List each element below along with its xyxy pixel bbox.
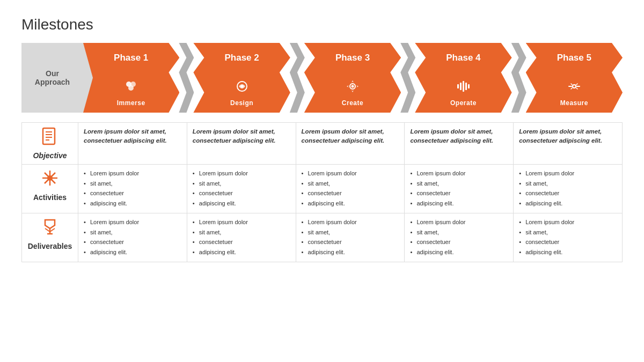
list-item: adipiscing elit. <box>410 199 508 208</box>
list-item: sit amet, <box>302 179 399 188</box>
phase-1-icon <box>123 79 138 97</box>
list-item: adipiscing elit. <box>84 199 181 208</box>
list-item: Lorem ipsum dolor <box>84 218 181 227</box>
list-item: adipiscing elit. <box>302 248 399 257</box>
list-item: adipiscing elit. <box>519 248 617 257</box>
svg-point-2 <box>128 85 134 91</box>
phase-1-label: Phase 1 <box>83 43 179 72</box>
phase-2: Phase 2 Design <box>193 43 290 113</box>
phase-5-bottom: Measure <box>526 72 623 113</box>
gap-4 <box>511 43 526 113</box>
deliverables-phase5: Lorem ipsum dolor sit amet, consectetuer… <box>514 213 623 262</box>
list-item: Lorem ipsum dolor <box>410 218 508 227</box>
our-approach-label: OurApproach <box>21 43 83 113</box>
phase-4-name: Operate <box>450 99 477 107</box>
svg-rect-13 <box>43 128 55 144</box>
list-item: consectetuer <box>84 238 181 247</box>
list-item: Lorem ipsum dolor <box>193 218 290 227</box>
list-item: Lorem ipsum dolor <box>84 169 181 178</box>
objective-p1: Lorem ipsum dolor sit amet, consectetuer… <box>84 127 181 146</box>
list-item: Lorem ipsum dolor <box>302 169 399 178</box>
activities-label: Activities <box>33 193 67 202</box>
list-item: consectetuer <box>193 238 290 247</box>
deliverables-header: Deliverables <box>22 213 78 262</box>
list-item: sit amet, <box>410 179 508 188</box>
phase-4: Phase 4 Operate <box>415 43 511 113</box>
deliverables-row: Deliverables Lorem ipsum dolor sit amet,… <box>22 213 623 262</box>
phase-3: Phase 3 Create <box>304 43 401 113</box>
deliverables-phase2: Lorem ipsum dolor sit amet, consectetuer… <box>187 213 296 262</box>
objective-p2: Lorem ipsum dolor sit amet, consectetuer… <box>193 127 290 146</box>
activities-header-content: Activities <box>27 169 72 202</box>
list-item: adipiscing elit. <box>193 248 290 257</box>
activities-phase4: Lorem ipsum dolor sit amet, consectetuer… <box>405 165 514 213</box>
phase-4-bottom: Operate <box>415 72 511 113</box>
phase-3-bottom: Create <box>304 72 401 113</box>
activities-row: Activities Lorem ipsum dolor sit amet, c… <box>22 165 623 213</box>
svg-rect-11 <box>468 84 470 88</box>
objective-phase3: Lorem ipsum dolor sit amet, consectetuer… <box>296 123 405 165</box>
activities-phase3: Lorem ipsum dolor sit amet, consectetuer… <box>296 165 405 213</box>
deliverables-list-2: Lorem ipsum dolor sit amet, consectetuer… <box>193 218 290 256</box>
content-table: Objective Lorem ipsum dolor sit amet, co… <box>21 122 623 262</box>
list-item: Lorem ipsum dolor <box>519 169 617 178</box>
svg-rect-8 <box>460 83 462 90</box>
activities-list-1: Lorem ipsum dolor sit amet, consectetuer… <box>84 169 181 208</box>
deliverables-label: Deliverables <box>28 242 72 250</box>
svg-point-4 <box>240 85 243 87</box>
phase-4-icon <box>456 79 471 97</box>
activities-icon <box>41 169 59 191</box>
gap-2 <box>290 43 305 113</box>
objective-phase1: Lorem ipsum dolor sit amet, consectetuer… <box>78 123 187 165</box>
list-item: consectetuer <box>302 238 399 247</box>
phase-5-label: Phase 5 <box>526 43 623 72</box>
activities-header: Activities <box>22 165 78 213</box>
list-item: sit amet, <box>193 179 290 188</box>
deliverables-phase1: Lorem ipsum dolor sit amet, consectetuer… <box>78 213 187 262</box>
list-item: sit amet, <box>84 228 181 237</box>
activities-list-3: Lorem ipsum dolor sit amet, consectetuer… <box>302 169 399 208</box>
objective-header: Objective <box>22 123 78 165</box>
list-item: Lorem ipsum dolor <box>302 218 399 227</box>
list-item: consectetuer <box>84 189 181 198</box>
svg-rect-10 <box>465 83 467 90</box>
objective-phase4: Lorem ipsum dolor sit amet, consectetuer… <box>405 123 514 165</box>
list-item: Lorem ipsum dolor <box>193 169 290 178</box>
deliverables-list-5: Lorem ipsum dolor sit amet, consectetuer… <box>519 218 617 256</box>
activities-list-5: Lorem ipsum dolor sit amet, consectetuer… <box>519 169 617 208</box>
phase-2-label: Phase 2 <box>193 43 290 72</box>
list-item: sit amet, <box>410 228 508 237</box>
svg-rect-9 <box>463 81 464 92</box>
objective-p3: Lorem ipsum dolor sit amet, consectetuer… <box>302 127 399 146</box>
page-title: Milestones <box>21 16 623 33</box>
activities-phase5: Lorem ipsum dolor sit amet, consectetuer… <box>514 165 623 213</box>
phase-1-name: Immerse <box>117 99 145 107</box>
list-item: adipiscing elit. <box>519 199 617 208</box>
phases-container: OurApproach Phase 1 Immerse Phase 2 <box>21 43 623 113</box>
list-item: adipiscing elit. <box>193 199 290 208</box>
objective-phase2: Lorem ipsum dolor sit amet, consectetuer… <box>187 123 296 165</box>
objective-row: Objective Lorem ipsum dolor sit amet, co… <box>22 123 623 165</box>
phase-4-label: Phase 4 <box>415 43 511 72</box>
phase-2-name: Design <box>230 99 253 107</box>
deliverables-phase4: Lorem ipsum dolor sit amet, consectetuer… <box>405 213 514 262</box>
activities-list-4: Lorem ipsum dolor sit amet, consectetuer… <box>410 169 508 208</box>
list-item: sit amet, <box>519 228 617 237</box>
objective-header-content: Objective <box>27 127 72 160</box>
phase-1: Phase 1 Immerse <box>83 43 179 113</box>
list-item: adipiscing elit. <box>84 248 181 257</box>
activities-phase1: Lorem ipsum dolor sit amet, consectetuer… <box>78 165 187 213</box>
list-item: Lorem ipsum dolor <box>410 169 508 178</box>
phase-5-icon <box>567 79 582 97</box>
list-item: consectetuer <box>410 238 508 247</box>
list-item: consectetuer <box>410 189 508 198</box>
objective-phase5: Lorem ipsum dolor sit amet, consectetuer… <box>514 123 623 165</box>
list-item: sit amet, <box>519 179 617 188</box>
deliverables-header-content: Deliverables <box>27 218 72 250</box>
list-item: adipiscing elit. <box>302 199 399 208</box>
objective-p5: Lorem ipsum dolor sit amet, consectetuer… <box>519 127 617 146</box>
list-item: Lorem ipsum dolor <box>519 218 617 227</box>
gap-3 <box>400 43 415 113</box>
list-item: adipiscing elit. <box>410 248 508 257</box>
svg-rect-7 <box>457 84 459 88</box>
